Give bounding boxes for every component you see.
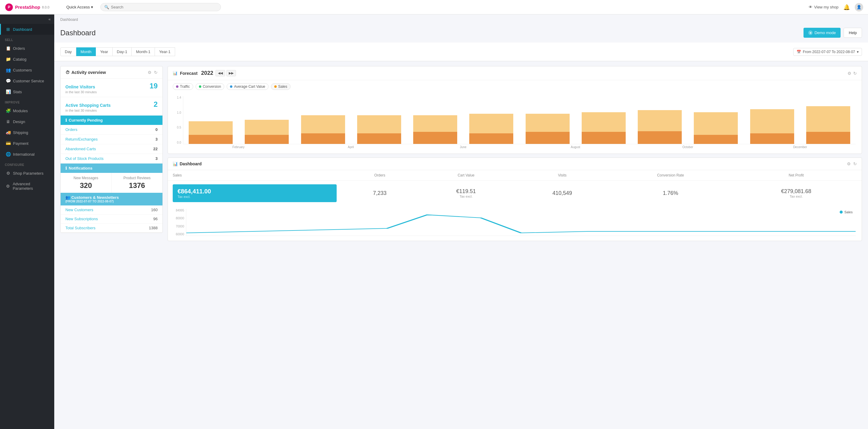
- page-header: Dashboard ● Demo mode Help: [54, 25, 868, 42]
- bar-bottom-5: [469, 133, 513, 144]
- forecast-prev-btn[interactable]: ◀◀: [216, 70, 225, 76]
- bar-group-4: [408, 96, 463, 144]
- tab-month-minus1[interactable]: Month-1: [132, 47, 155, 56]
- header-actions: ● Demo mode Help: [804, 28, 862, 38]
- chart-icon: 📊: [173, 71, 178, 76]
- sidebar-item-international[interactable]: 🌐 International: [0, 149, 54, 160]
- forecast-nav: ◀◀ ▶▶: [216, 70, 236, 76]
- sidebar-item-customer-service[interactable]: 💬 Customer Service: [0, 76, 54, 86]
- sidebar-item-dashboard[interactable]: ⊞ Dashboard: [0, 24, 54, 35]
- clock-icon: ⏱: [65, 70, 70, 75]
- conversion-cell: 1.76%: [610, 181, 731, 206]
- sales-legend-item: Sales: [840, 210, 852, 214]
- sidebar-item-customers[interactable]: 👥 Customers: [0, 64, 54, 76]
- svg-text:P: P: [8, 5, 10, 9]
- bar-top-10: [750, 109, 794, 133]
- product-reviews-cell: Product Reviews 1376: [112, 173, 162, 193]
- chart2-icon: 📊: [173, 162, 178, 166]
- stats-refresh-icon[interactable]: ↻: [853, 162, 857, 166]
- bar-top-9: [694, 112, 738, 135]
- tab-day[interactable]: Day: [60, 47, 76, 56]
- forecast-legend: Traffic Conversion Average Cart Value: [168, 80, 862, 93]
- refresh-icon[interactable]: ↻: [154, 70, 158, 75]
- demo-toggle-icon: ●: [808, 30, 812, 35]
- bar-bottom-7: [582, 132, 626, 144]
- sidebar-toggle[interactable]: «: [0, 15, 54, 24]
- sidebar-item-payment[interactable]: 💳 Payment: [0, 138, 54, 149]
- tab-year[interactable]: Year: [96, 47, 113, 56]
- returns-link[interactable]: Return/Exchanges: [65, 137, 98, 142]
- new-subscriptions-row: New Subscriptions 96: [61, 214, 162, 224]
- bar-top-7: [582, 112, 626, 132]
- shipping-icon: 🚚: [6, 130, 10, 135]
- notif-info-icon: ℹ: [65, 166, 67, 170]
- date-range-picker[interactable]: 📅 From 2022-07-07 To 2022-08-07 ▾: [793, 48, 862, 56]
- settings-icon[interactable]: ⚙: [148, 70, 152, 75]
- legend-traffic[interactable]: Traffic: [173, 83, 193, 90]
- bar-group-9: [688, 96, 743, 144]
- legend-sales[interactable]: Sales: [271, 83, 290, 90]
- orders-link[interactable]: Orders: [65, 127, 78, 132]
- demo-mode-button[interactable]: ● Demo mode: [804, 28, 841, 38]
- legend-avg-cart[interactable]: Average Cart Value: [227, 83, 269, 90]
- forecast-next-btn[interactable]: ▶▶: [226, 70, 236, 76]
- bar-group-11: [801, 96, 856, 144]
- sidebar-item-stats[interactable]: 📊 Stats: [0, 86, 54, 97]
- mini-line-chart: 84995 80000 70000 60000: [168, 206, 862, 241]
- legend-conversion[interactable]: Conversion: [195, 83, 224, 90]
- forecast-card: 📊 Forecast 2022 ◀◀ ▶▶ ⚙ ↻: [167, 66, 862, 154]
- dashboard-stats-header: 📊 Dashboard ⚙ ↻: [168, 158, 862, 170]
- sidebar-item-modules[interactable]: 🧩 Modules: [0, 105, 54, 116]
- eye-icon: 👁: [809, 5, 812, 9]
- total-subscribers-row: Total Subscribers 1388: [61, 224, 162, 233]
- abandoned-carts-link[interactable]: Abandoned Carts: [65, 147, 96, 151]
- conversion-dot: [199, 85, 201, 88]
- sidebar-item-advanced-parameters[interactable]: ⚙ Advanced Parameters: [0, 179, 54, 194]
- bar-top-3: [357, 115, 401, 133]
- sidebar-item-shop-parameters[interactable]: ⚙ Shop Parameters: [0, 168, 54, 179]
- bar-top-1: [245, 120, 289, 135]
- logo: P PrestaShop 8.0.0: [5, 3, 59, 11]
- forecast-settings-icon[interactable]: ⚙: [847, 71, 851, 76]
- sidebar-item-orders[interactable]: 📋 Orders: [0, 43, 54, 54]
- bar-group-2: [296, 96, 350, 144]
- sidebar-item-shipping[interactable]: 🚚 Shipping: [0, 127, 54, 138]
- activity-overview-card: ⏱ Activity overview ⚙ ↻ Online Visitors …: [60, 66, 163, 233]
- bar-bottom-6: [526, 132, 569, 144]
- search-box[interactable]: 🔍: [100, 3, 221, 11]
- cart-value-cell: €119.51 Tax excl.: [418, 181, 514, 206]
- forecast-refresh-icon[interactable]: ↻: [853, 71, 857, 76]
- user-avatar[interactable]: 👤: [855, 3, 863, 11]
- bar-group-6: [520, 96, 575, 144]
- tab-year-minus1[interactable]: Year-1: [155, 47, 175, 56]
- notifications-icon[interactable]: 🔔: [843, 4, 850, 10]
- active-carts-stat: Active Shopping Carts 2 in the last 30 m…: [61, 97, 162, 116]
- notifications-header: ℹ Notifications: [61, 164, 162, 173]
- view-my-shop-link[interactable]: 👁 View my shop: [809, 5, 838, 9]
- catalog-icon: 📁: [6, 57, 10, 61]
- improve-section-label: IMPROVE: [0, 97, 54, 105]
- bar-bottom-10: [750, 133, 794, 144]
- sidebar-item-catalog[interactable]: 📁 Catalog: [0, 54, 54, 64]
- logo-text: PrestaShop: [15, 4, 40, 10]
- orders-cell: 7,233: [341, 181, 418, 206]
- sales-dot: [274, 85, 277, 88]
- sidebar-item-design[interactable]: 🖥 Design: [0, 116, 54, 127]
- help-button[interactable]: Help: [844, 28, 862, 38]
- bar-group-8: [632, 96, 687, 144]
- new-messages-cell: New Messages 320: [61, 173, 112, 193]
- out-of-stock-link[interactable]: Out of Stock Products: [65, 156, 103, 161]
- search-input[interactable]: [111, 5, 217, 9]
- stats-row: €864,411.00 Tax excl. 7,233 €119.51 Tax: [168, 181, 862, 206]
- bar-group-5: [464, 96, 519, 144]
- pending-out-of-stock: Out of Stock Products 3: [61, 154, 162, 164]
- bar-group-0: [183, 96, 238, 144]
- new-customers-row: New Customers 160: [61, 205, 162, 214]
- forecast-header: 📊 Forecast 2022 ◀◀ ▶▶ ⚙ ↻: [168, 66, 862, 80]
- quick-access-button[interactable]: Quick Access ▾: [64, 4, 96, 10]
- traffic-dot: [176, 85, 179, 88]
- bar-bottom-11: [806, 132, 850, 144]
- tab-day-minus1[interactable]: Day-1: [113, 47, 132, 56]
- stats-settings-icon[interactable]: ⚙: [847, 162, 851, 166]
- tab-month[interactable]: Month: [76, 47, 96, 56]
